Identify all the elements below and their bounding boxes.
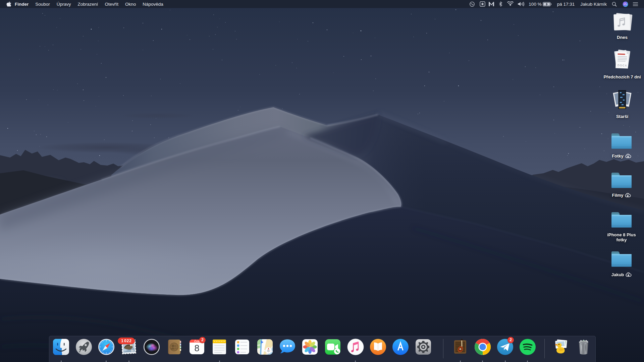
- svg-text:ČVN: ČVN: [194, 340, 200, 343]
- svg-text:8: 8: [194, 343, 199, 353]
- svg-text:DOCX: DOCX: [618, 64, 627, 67]
